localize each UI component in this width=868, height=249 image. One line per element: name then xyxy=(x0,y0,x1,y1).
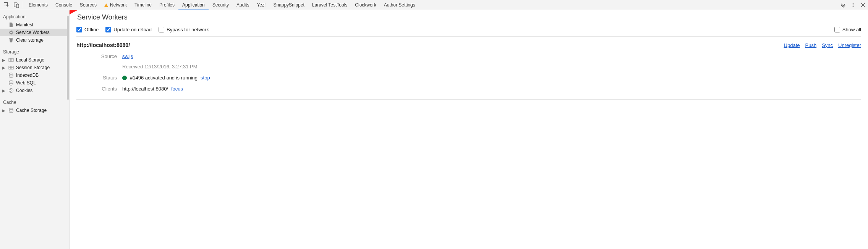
overflow-icon[interactable] xyxy=(838,0,848,10)
sidebar-item-cache-storage[interactable]: ▶Cache Storage xyxy=(0,107,69,114)
worker-actions: Update Push Sync Unregister xyxy=(784,42,861,48)
svg-rect-7 xyxy=(9,39,13,39)
offline-checkbox-input[interactable] xyxy=(76,27,82,32)
sidebar-item-label: Web SQL xyxy=(16,80,36,86)
status-text: #1496 activated and is running xyxy=(130,75,198,81)
tab-label: Network xyxy=(110,2,127,8)
svg-point-16 xyxy=(10,91,11,92)
file-icon xyxy=(8,22,14,27)
offline-label: Offline xyxy=(84,27,99,32)
sidebar-item-service-workers[interactable]: Service Workers xyxy=(0,29,69,36)
status-label: Status xyxy=(76,75,122,81)
sidebar-item-indexeddb[interactable]: IndexedDB xyxy=(0,71,69,79)
tab-yez-[interactable]: Yez! xyxy=(253,0,269,10)
svg-point-12 xyxy=(9,81,13,82)
sidebar-section-title: Application xyxy=(0,13,69,21)
sidebar-item-label: Session Storage xyxy=(16,65,50,70)
tab-network[interactable]: Network xyxy=(100,0,131,10)
tab-security[interactable]: Security xyxy=(209,0,233,10)
svg-point-5 xyxy=(853,6,854,7)
tab-timeline[interactable]: Timeline xyxy=(131,0,155,10)
tab-sources[interactable]: Sources xyxy=(76,0,100,10)
tab-audits[interactable]: Audits xyxy=(233,0,253,10)
gear-icon xyxy=(8,30,14,35)
sidebar-item-label: Service Workers xyxy=(16,30,50,35)
sync-link[interactable]: Sync xyxy=(822,42,833,48)
bypass-checkbox[interactable]: Bypass for network xyxy=(159,27,209,32)
tab-label: Elements xyxy=(29,2,48,8)
tab-label: Security xyxy=(212,2,229,8)
db-icon xyxy=(8,73,14,78)
close-icon[interactable] xyxy=(858,0,868,10)
focus-link[interactable]: focus xyxy=(171,86,183,92)
sidebar-item-label: IndexedDB xyxy=(16,73,39,78)
tab-author-settings[interactable]: Author Settings xyxy=(380,0,419,10)
device-icon[interactable] xyxy=(11,0,21,10)
page-title: Service Workers xyxy=(77,13,861,21)
tab-application[interactable]: Application xyxy=(178,0,209,10)
stop-link[interactable]: stop xyxy=(201,75,210,81)
sidebar-item-web-sql[interactable]: Web SQL xyxy=(0,79,69,87)
svg-point-6 xyxy=(10,31,12,34)
db-icon xyxy=(8,80,14,86)
tab-label: SnappySnippet xyxy=(273,2,304,8)
sidebar-section-title: Cache xyxy=(0,98,69,107)
trash-icon xyxy=(8,37,14,43)
tree-arrow-icon: ▶ xyxy=(2,66,6,70)
sidebar-section-title: Storage xyxy=(0,48,69,56)
sidebar-item-clear-storage[interactable]: Clear storage xyxy=(0,36,69,44)
sidebar-item-label: Clear storage xyxy=(16,37,44,43)
show-all-checkbox-input[interactable] xyxy=(834,27,840,32)
tab-label: Application xyxy=(182,2,205,8)
tab-clockwork[interactable]: Clockwork xyxy=(351,0,380,10)
svg-point-14 xyxy=(10,89,11,90)
push-link[interactable]: Push xyxy=(805,42,816,48)
bypass-checkbox-input[interactable] xyxy=(159,27,164,32)
sidebar-item-label: Manifest xyxy=(16,22,33,27)
svg-point-13 xyxy=(9,89,13,93)
tree-arrow-icon: ▶ xyxy=(2,108,6,113)
tab-label: Sources xyxy=(80,2,97,8)
unregister-link[interactable]: Unregister xyxy=(838,42,861,48)
svg-point-15 xyxy=(11,90,12,91)
main-panel: Service Workers Offline Update on reload… xyxy=(70,10,868,249)
kebab-icon[interactable] xyxy=(848,0,858,10)
devtools-tabbar: ElementsConsoleSourcesNetworkTimelinePro… xyxy=(0,0,868,10)
cookie-icon xyxy=(8,88,14,93)
db-icon xyxy=(8,108,14,113)
application-sidebar: ApplicationManifestService WorkersClear … xyxy=(0,10,70,249)
source-received: Received 12/13/2016, 3:27:31 PM xyxy=(122,64,211,70)
tab-elements[interactable]: Elements xyxy=(25,0,52,10)
client-url: http://localhost:8080/ xyxy=(122,86,168,92)
svg-rect-8 xyxy=(10,38,12,39)
tab-profiles[interactable]: Profiles xyxy=(155,0,178,10)
tree-arrow-icon: ▶ xyxy=(2,58,6,62)
sidebar-item-session-storage[interactable]: ▶Session Storage xyxy=(0,64,69,71)
inspect-icon[interactable] xyxy=(2,0,11,10)
svg-point-4 xyxy=(853,5,854,6)
offline-checkbox[interactable]: Offline xyxy=(76,27,99,32)
update-link[interactable]: Update xyxy=(784,42,800,48)
tab-snappysnippet[interactable]: SnappySnippet xyxy=(269,0,308,10)
sidebar-item-local-storage[interactable]: ▶Local Storage xyxy=(0,56,69,64)
tree-arrow-icon: ▶ xyxy=(2,89,6,93)
update-on-reload-label: Update on reload xyxy=(113,27,152,32)
separator xyxy=(23,2,23,8)
tab-label: Audits xyxy=(236,2,249,8)
sidebar-item-label: Local Storage xyxy=(16,57,44,63)
worker-origin: http://localhost:8080/ xyxy=(76,42,130,48)
sidebar-item-label: Cache Storage xyxy=(16,108,47,113)
source-file-link[interactable]: sw.js xyxy=(122,53,133,59)
show-all-checkbox[interactable]: Show all xyxy=(834,27,861,32)
tab-label: Timeline xyxy=(134,2,152,8)
bypass-label: Bypass for network xyxy=(167,27,209,32)
tab-label: Profiles xyxy=(159,2,175,8)
update-on-reload-checkbox-input[interactable] xyxy=(105,27,111,32)
tab-console[interactable]: Console xyxy=(52,0,76,10)
sidebar-item-manifest[interactable]: Manifest xyxy=(0,21,69,29)
tab-label: Laravel TestTools xyxy=(312,2,348,8)
tab-laravel-testtools[interactable]: Laravel TestTools xyxy=(308,0,351,10)
update-on-reload-checkbox[interactable]: Update on reload xyxy=(105,27,152,32)
sidebar-item-cookies[interactable]: ▶Cookies xyxy=(0,87,69,94)
tab-label: Yez! xyxy=(257,2,266,8)
